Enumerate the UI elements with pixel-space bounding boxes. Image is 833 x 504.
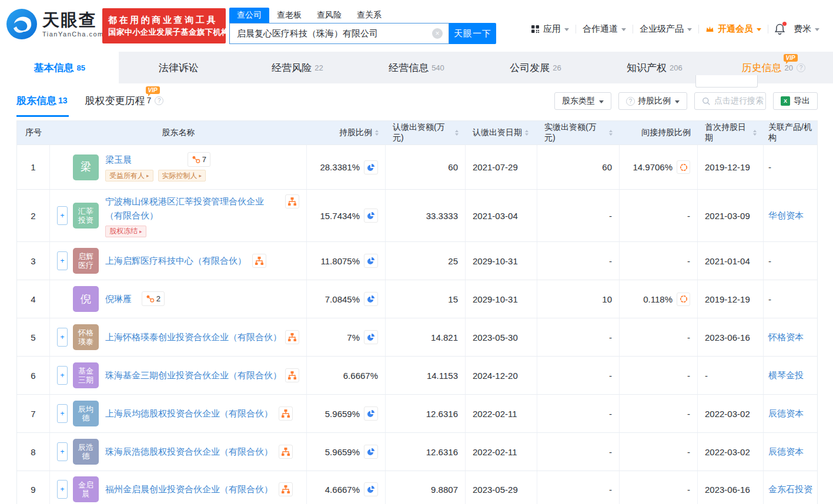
search-tab-risk[interactable]: 查风险 bbox=[309, 8, 349, 23]
sort-icon[interactable] bbox=[525, 130, 528, 136]
shareholding-ratio-dropdown[interactable]: 持股比例 bbox=[618, 92, 687, 110]
related-product-link[interactable]: 辰德资本 bbox=[768, 446, 804, 458]
search-tab-relation[interactable]: 查关系 bbox=[349, 8, 389, 23]
sort-icon[interactable] bbox=[375, 130, 379, 136]
indirect-ratio: - bbox=[620, 357, 698, 394]
clear-search-icon[interactable] bbox=[432, 28, 443, 39]
relationship-count-badge[interactable]: 2 bbox=[142, 291, 165, 306]
menu-enterprise[interactable]: 企业级产品 bbox=[640, 23, 692, 35]
help-icon[interactable] bbox=[797, 63, 805, 72]
pie-chart-icon[interactable] bbox=[364, 292, 378, 306]
table-search-input[interactable]: 点击进行搜索 bbox=[694, 92, 766, 110]
export-button[interactable]: 导出 bbox=[773, 92, 818, 110]
sort-icon[interactable] bbox=[455, 130, 459, 136]
equity-structure-icon[interactable] bbox=[285, 330, 299, 344]
table-row: 1 梁 梁玉晨 7 bbox=[17, 145, 817, 189]
chevron-down-icon bbox=[564, 28, 569, 31]
ratio-value: 5.9659% bbox=[325, 447, 360, 457]
pie-chart-icon[interactable] bbox=[364, 160, 378, 174]
equity-penetration-icon[interactable] bbox=[677, 293, 690, 306]
subtab-shareholders[interactable]: 股东信息 13 bbox=[16, 94, 68, 107]
chevron-down-icon bbox=[599, 100, 604, 103]
avatar: 基金三期 bbox=[73, 362, 99, 388]
search-input-value: 启晨复心医疗科技（珠海）有限公司 bbox=[237, 28, 432, 39]
slogan-line1: 都在用的商业查询工具 bbox=[108, 14, 220, 26]
tab-basic-info[interactable]: 基本信息 85 bbox=[0, 52, 119, 83]
search-input[interactable]: 启晨复心医疗科技（珠海）有限公司 bbox=[229, 23, 449, 44]
pie-chart-icon[interactable] bbox=[364, 254, 378, 268]
subtab-count-value: 7 bbox=[147, 96, 152, 105]
help-icon[interactable] bbox=[155, 96, 163, 105]
shareholder-name-link[interactable]: 珠海基金三期创业投资合伙企业（有限合伙） bbox=[105, 370, 282, 380]
related-product-link[interactable]: 金东石投资 bbox=[768, 484, 812, 495]
pie-chart-icon[interactable] bbox=[364, 445, 378, 459]
equity-structure-icon[interactable] bbox=[252, 254, 266, 268]
pie-chart-icon[interactable] bbox=[364, 330, 378, 344]
equity-structure-icon[interactable] bbox=[279, 482, 293, 496]
tab-operation-risk[interactable]: 经营风险 22 bbox=[238, 52, 357, 83]
notification-bell-icon[interactable] bbox=[775, 23, 785, 35]
tab-count-value: 20 bbox=[785, 63, 793, 72]
shareholder-name-link[interactable]: 宁波梅山保税港区汇莘投资管理合伙企业（有限合伙） bbox=[105, 196, 264, 220]
equity-structure-icon[interactable] bbox=[279, 445, 293, 459]
equity-structure-icon[interactable] bbox=[285, 194, 299, 209]
related-product-link[interactable]: 横琴金投 bbox=[768, 370, 804, 381]
row-index: 4 bbox=[17, 280, 50, 318]
crown-icon bbox=[705, 25, 714, 33]
search-tab-boss[interactable]: 查老板 bbox=[269, 8, 309, 23]
avatar: 辰均德 bbox=[73, 401, 99, 426]
search-icon bbox=[702, 97, 711, 106]
subtab-equity-change[interactable]: 股权变更历程 7 VIP bbox=[85, 94, 164, 107]
equity-structure-icon[interactable] bbox=[285, 368, 299, 382]
tab-legal-litigation[interactable]: 法律诉讼 bbox=[119, 52, 237, 83]
search-placeholder: 点击进行搜索 bbox=[714, 96, 764, 106]
tab-business-info[interactable]: 经营信息 540 bbox=[357, 52, 476, 83]
search-tab-company[interactable]: 查公司 bbox=[229, 8, 269, 23]
sort-icon[interactable] bbox=[753, 130, 757, 136]
user-menu[interactable]: 费米 bbox=[794, 23, 819, 35]
expand-row-button[interactable] bbox=[57, 206, 68, 225]
equity-frozen-tag[interactable]: 股权冻结 bbox=[105, 226, 146, 237]
menu-partner[interactable]: 合作通道 bbox=[583, 23, 626, 35]
pie-chart-icon[interactable] bbox=[364, 209, 378, 223]
tab-company-development[interactable]: 公司发展 26 bbox=[476, 52, 595, 83]
shareholder-name-link[interactable]: 上海怀格瑛泰创业投资合伙企业（有限合伙） bbox=[105, 332, 282, 342]
shareholder-type-dropdown[interactable]: 股东类型 bbox=[554, 92, 611, 110]
expand-row-button[interactable] bbox=[57, 442, 68, 461]
expand-row-button[interactable] bbox=[57, 366, 68, 385]
sort-icon[interactable] bbox=[609, 130, 613, 136]
actual-controller-tag[interactable]: 实际控制人 bbox=[158, 170, 206, 182]
subscribed-date: 2024-12-20 bbox=[466, 357, 537, 394]
shareholder-name-link[interactable]: 上海辰均德股权投资合伙企业（有限合伙） bbox=[105, 408, 273, 418]
related-product-link[interactable]: 华创资本 bbox=[768, 210, 804, 221]
shareholder-name-link[interactable]: 梁玉晨 bbox=[105, 154, 132, 164]
menu-enterprise-label: 企业级产品 bbox=[640, 23, 684, 35]
equity-penetration-icon[interactable] bbox=[677, 160, 690, 174]
expand-row-button[interactable] bbox=[57, 404, 68, 423]
subscribed-amount: 9.8807 bbox=[386, 471, 466, 504]
related-product-link[interactable]: 辰德资本 bbox=[768, 408, 804, 419]
dropdown-label: 持股比例 bbox=[638, 96, 671, 106]
shareholder-name-link[interactable]: 福州金启晨创业投资合伙企业（有限合伙） bbox=[105, 484, 273, 494]
menu-vip[interactable]: 开通会员 bbox=[705, 23, 761, 35]
menu-apps[interactable]: 应用 bbox=[531, 23, 569, 35]
col-header-shareholder-name: 股东名称 bbox=[50, 127, 307, 138]
shareholder-name-link[interactable]: 珠海辰浩德股权投资合伙企业（有限合伙） bbox=[105, 446, 273, 456]
tab-count: 85 bbox=[76, 63, 85, 72]
shareholder-name-link[interactable]: 上海启辉医疗科技中心（有限合伙） bbox=[105, 256, 246, 266]
shareholder-name-link[interactable]: 倪琳雁 bbox=[105, 294, 132, 304]
beneficial-owner-tag[interactable]: 受益所有人 bbox=[105, 170, 153, 182]
expand-row-button[interactable] bbox=[57, 328, 68, 347]
chevron-down-icon bbox=[621, 28, 626, 31]
relationship-count-badge[interactable]: 7 bbox=[188, 152, 210, 167]
export-label: 导出 bbox=[794, 96, 810, 106]
search-submit-button[interactable]: 天眼一下 bbox=[449, 23, 496, 44]
expand-row-button[interactable] bbox=[57, 480, 68, 499]
pie-chart-icon[interactable] bbox=[364, 406, 378, 421]
related-product-link[interactable]: 怀格资本 bbox=[768, 332, 804, 343]
expand-row-button[interactable] bbox=[57, 251, 68, 270]
equity-structure-icon[interactable] bbox=[279, 406, 293, 421]
tab-label: 经营风险 bbox=[272, 61, 312, 75]
pie-chart-icon[interactable] bbox=[364, 482, 378, 496]
tianyancha-logo[interactable]: 天眼查 TianYanCha.com bbox=[6, 8, 104, 40]
